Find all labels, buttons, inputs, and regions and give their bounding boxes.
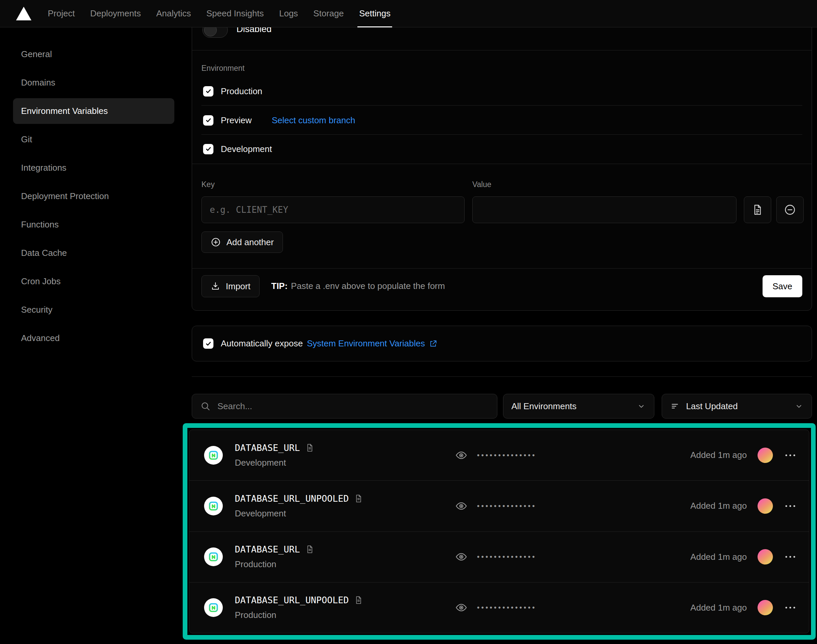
sidebar-item-cron-jobs[interactable]: Cron Jobs <box>13 268 174 294</box>
sort-value: Last Updated <box>686 401 738 411</box>
user-avatar <box>757 498 773 514</box>
eye-icon[interactable] <box>455 550 468 563</box>
check-icon <box>205 88 212 95</box>
search-input[interactable] <box>218 401 489 411</box>
env-var-name: DATABASE_URL <box>235 443 300 453</box>
user-avatar <box>757 600 773 615</box>
system-env-link[interactable]: System Environment Variables <box>307 338 438 349</box>
env-var-environment: Production <box>235 559 314 569</box>
env-var-environment: Development <box>235 458 314 468</box>
ellipsis-icon <box>783 555 797 559</box>
preview-label: Preview <box>221 115 251 126</box>
sort-dropdown[interactable]: Last Updated <box>662 394 812 419</box>
environment-section-label: Environment <box>201 64 245 73</box>
row-menu-button[interactable] <box>783 453 797 458</box>
env-var-row[interactable]: DATABASE_URL Production •••••••••••••• A… <box>189 532 809 583</box>
eye-icon[interactable] <box>455 601 468 614</box>
development-label: Development <box>221 144 272 154</box>
select-custom-branch-link[interactable]: Select custom branch <box>271 115 355 126</box>
value-input[interactable] <box>472 196 736 223</box>
production-checkbox[interactable] <box>203 86 213 97</box>
nav-tab-settings-label: Settings <box>359 8 391 19</box>
check-icon <box>205 146 212 152</box>
nav-tab-project[interactable]: Project <box>40 0 83 27</box>
eye-icon[interactable] <box>455 500 468 512</box>
env-var-row[interactable]: DATABASE_URL_UNPOOLED Production •••••••… <box>189 583 809 633</box>
nav-tab-settings[interactable]: Settings <box>351 0 398 27</box>
environment-filter-value: All Environments <box>511 401 576 411</box>
import-button[interactable]: Import <box>201 275 259 297</box>
divider <box>192 164 812 164</box>
vercel-logo-icon[interactable] <box>16 7 31 21</box>
minus-circle-icon <box>783 204 796 216</box>
environment-option-production: Production <box>203 84 262 98</box>
masked-value: •••••••••••••• <box>477 552 536 561</box>
divider <box>192 376 812 377</box>
added-time: Added 1m ago <box>690 501 747 511</box>
neon-integration-avatar <box>204 497 223 515</box>
sidebar-item-advanced[interactable]: Advanced <box>13 325 174 351</box>
key-input[interactable] <box>201 196 464 223</box>
system-env-prefix: Automatically expose <box>221 338 303 349</box>
divider <box>192 50 812 51</box>
sidebar-item-general[interactable]: General <box>13 41 174 67</box>
env-var-row[interactable]: DATABASE_URL Development •••••••••••••• … <box>189 430 809 481</box>
system-env-checkbox[interactable] <box>203 338 213 349</box>
masked-value: •••••••••••••• <box>477 603 536 612</box>
masked-value: •••••••••••••• <box>477 451 536 460</box>
neon-integration-avatar <box>204 598 223 617</box>
search-box <box>192 394 497 419</box>
paste-env-file-button[interactable] <box>744 196 771 223</box>
added-time: Added 1m ago <box>690 450 747 460</box>
env-var-list: DATABASE_URL Development •••••••••••••• … <box>189 429 809 633</box>
row-menu-button[interactable] <box>783 605 797 610</box>
check-icon <box>205 340 212 347</box>
sidebar-item-data-cache[interactable]: Data Cache <box>13 240 174 266</box>
nav-tab-storage[interactable]: Storage <box>306 0 351 27</box>
chevron-down-icon <box>637 402 646 411</box>
neon-logo-icon <box>208 501 219 511</box>
system-env-link-text: System Environment Variables <box>307 338 425 349</box>
row-menu-button[interactable] <box>783 555 797 559</box>
user-avatar <box>757 549 773 564</box>
sidebar-item-domains[interactable]: Domains <box>13 70 174 95</box>
settings-sidebar: General Domains Environment Variables Gi… <box>13 41 174 351</box>
note-icon <box>354 494 363 503</box>
note-icon <box>354 596 363 604</box>
divider <box>201 134 802 135</box>
sidebar-item-security[interactable]: Security <box>13 297 174 323</box>
env-var-name: DATABASE_URL_UNPOOLED <box>235 493 349 504</box>
download-icon <box>210 281 221 291</box>
note-icon <box>305 545 314 554</box>
nav-tab-deployments[interactable]: Deployments <box>83 0 149 27</box>
env-var-name: DATABASE_URL_UNPOOLED <box>235 595 349 605</box>
tip-text: TIP:Paste a .env above to populate the f… <box>271 281 445 291</box>
neon-integration-avatar <box>204 446 223 465</box>
nav-tab-speed-insights[interactable]: Speed Insights <box>199 0 271 27</box>
save-button[interactable]: Save <box>763 275 802 297</box>
production-label: Production <box>221 86 262 97</box>
eye-icon[interactable] <box>455 449 468 462</box>
sidebar-item-environment-variables[interactable]: Environment Variables <box>13 98 174 124</box>
add-another-button[interactable]: Add another <box>201 232 283 253</box>
preview-checkbox[interactable] <box>203 115 213 126</box>
environment-filter-dropdown[interactable]: All Environments <box>503 394 655 419</box>
value-field-label: Value <box>472 180 491 189</box>
env-var-editor-panel: Disabled Environment Production Preview … <box>192 0 812 311</box>
env-var-environment: Production <box>235 610 363 620</box>
ellipsis-icon <box>783 453 797 458</box>
sidebar-item-deployment-protection[interactable]: Deployment Protection <box>13 183 174 209</box>
row-menu-button[interactable] <box>783 504 797 508</box>
development-checkbox[interactable] <box>203 144 213 154</box>
sidebar-item-git[interactable]: Git <box>13 127 174 152</box>
nav-tab-logs[interactable]: Logs <box>271 0 306 27</box>
plus-circle-icon <box>210 237 221 247</box>
nav-tab-analytics[interactable]: Analytics <box>149 0 199 27</box>
sidebar-item-integrations[interactable]: Integrations <box>13 155 174 181</box>
remove-row-button[interactable] <box>776 196 804 223</box>
neon-logo-icon <box>208 450 219 461</box>
env-var-row[interactable]: DATABASE_URL_UNPOOLED Development ••••••… <box>189 481 809 531</box>
sidebar-item-functions[interactable]: Functions <box>13 212 174 238</box>
main-content: Disabled Environment Production Preview … <box>192 0 812 644</box>
chevron-down-icon <box>794 402 804 411</box>
